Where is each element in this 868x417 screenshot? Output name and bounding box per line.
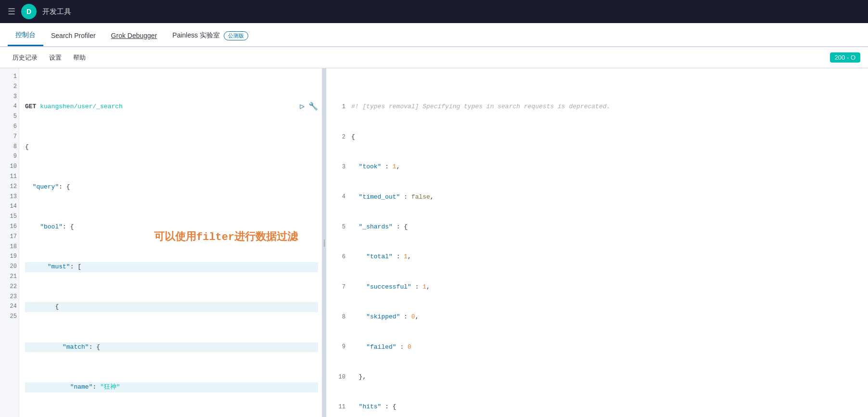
help-button[interactable]: 帮助 [68,51,90,64]
line-numbers: 12345 678910 1112131415 1617181920 21222… [0,68,19,417]
toolbar-left: 历史记录 设置 帮助 [8,51,90,64]
resp-line-8: 8 "skipped" : 0, [332,312,864,322]
tab-console[interactable]: 控制台 [8,25,43,46]
main-content: 12345 678910 1112131415 1617181920 21222… [0,68,868,417]
code-line-8: "name": "狂神" [25,382,318,392]
editor-code: GET kuangshen/user/_search ▷ 🔧 { "query"… [19,68,322,417]
menu-icon[interactable]: ☰ [8,6,15,17]
code-line-4: "bool": { [25,222,318,232]
resp-line-1: 1 #! [types removal] Specifying types in… [332,102,864,112]
resp-line-5: 5 "_shards" : { [332,222,864,232]
nav-tabs: 控制台 Search Profiler Grok Debugger Painle… [0,23,868,47]
code-line-6: { [25,302,318,312]
code-line-7: "match": { [25,342,318,353]
tab-grok-debugger[interactable]: Grok Debugger [103,25,165,46]
resp-line-3: 3 "took" : 1, [332,162,864,172]
resp-line-10: 10 }, [332,372,864,382]
history-button[interactable]: 历史记录 [8,51,42,64]
panel-resizer[interactable]: | [322,68,326,417]
app-title: 开发工具 [42,7,71,16]
code-line-3: "query": { [25,182,318,192]
response-panel[interactable]: 1 #! [types removal] Specifying types in… [326,68,868,417]
code-line-5: "must": [ [25,262,318,272]
resp-line-2: 2 { [332,132,864,142]
toolbar: 历史记录 设置 帮助 200 - O [0,47,868,68]
code-line-1: GET kuangshen/user/_search ▷ 🔧 [25,102,318,112]
editor-panel[interactable]: 12345 678910 1112131415 1617181920 21222… [0,68,322,417]
tab-painless[interactable]: Painless 实验室 公测版 [165,25,256,46]
code-line-2: { [25,142,318,152]
resp-line-11: 11 "hits" : { [332,402,864,412]
resp-line-6: 6 "total" : 1, [332,252,864,262]
run-icon[interactable]: ▷ [300,101,305,114]
code-area: 12345 678910 1112131415 1617181920 21222… [0,68,322,417]
resp-line-9: 9 "failed" : 0 [332,342,864,353]
tab-search-profiler[interactable]: Search Profiler [43,25,103,46]
avatar: D [21,4,37,19]
resp-line-4: 4 "timed_out" : false, [332,192,864,202]
beta-badge: 公测版 [224,31,248,40]
wrench-icon[interactable]: 🔧 [308,101,318,114]
top-bar: ☰ D 开发工具 [0,0,868,23]
status-badge: 200 - O [830,52,860,63]
response-code: 1 #! [types removal] Specifying types in… [326,68,868,417]
settings-button[interactable]: 设置 [44,51,66,64]
resp-line-7: 7 "successful" : 1, [332,282,864,292]
